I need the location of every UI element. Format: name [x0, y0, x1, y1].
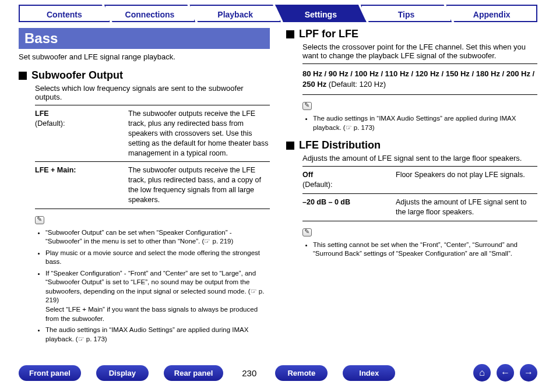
table-row: LFE + Main: The subwoofer outputs receiv…: [35, 162, 270, 209]
note-item: Play music or a movie source and select …: [45, 249, 270, 267]
square-bullet-icon: [19, 72, 27, 80]
note-item: “Subwoofer Output” can be set when “Spea…: [45, 228, 270, 246]
nav-icons: ⌂ ← →: [473, 364, 537, 382]
option-value: The subwoofer outputs receive the LFE tr…: [128, 109, 270, 158]
note-icon: [302, 228, 312, 236]
option-value: Floor Speakers do not play LFE signals.: [396, 170, 537, 190]
heading-text: LPF for LFE: [299, 28, 358, 40]
home-icon[interactable]: ⌂: [473, 364, 491, 382]
square-bullet-icon: [286, 142, 294, 150]
lpf-default: (Default: 120 Hz): [326, 80, 386, 89]
lpf-options: 80 Hz / 90 Hz / 100 Hz / 110 Hz / 120 Hz…: [302, 63, 537, 95]
table-row: –20 dB – 0 dB Adjusts the amount of LFE …: [302, 194, 537, 221]
nav-display[interactable]: Display: [96, 365, 149, 381]
table-row: LFE (Default): The subwoofer outputs rec…: [35, 105, 270, 162]
nav-rear-panel[interactable]: Rear panel: [164, 365, 223, 381]
tab-tips[interactable]: Tips: [361, 5, 452, 22]
tab-settings[interactable]: Settings: [275, 5, 367, 22]
lpf-desc: Selects the crossover point for the LFE …: [302, 43, 537, 60]
option-key: Off (Default):: [302, 170, 390, 190]
heading-text: LFE Distribution: [299, 139, 381, 151]
note-icon: [35, 216, 44, 224]
option-key-main: Off: [302, 171, 313, 179]
page-title: Bass: [19, 28, 270, 49]
lfe-dist-notes: This setting cannot be set when the “Fro…: [302, 241, 537, 259]
option-key-main: LFE + Main:: [35, 166, 76, 174]
page-number: 230: [238, 368, 260, 378]
option-key-main: LFE: [35, 110, 49, 118]
heading-subwoofer-output: Subwoofer Output: [19, 69, 270, 82]
nav-index[interactable]: Index: [343, 365, 395, 381]
heading-lfe-dist: LFE Distribution: [286, 139, 537, 151]
option-key: LFE (Default):: [35, 109, 122, 158]
prev-page-icon[interactable]: ←: [497, 364, 514, 382]
note-item: The audio settings in “IMAX Audio Settin…: [45, 326, 270, 344]
option-value: Adjusts the amount of LFE signal sent to…: [396, 197, 537, 217]
tab-playback[interactable]: Playback: [189, 5, 281, 22]
nav-front-panel[interactable]: Front panel: [19, 365, 81, 381]
top-tabs: Contents Connections Playback Settings T…: [0, 0, 556, 22]
page-subtitle: Set subwoofer and LFE signal range playb…: [19, 52, 270, 61]
tab-appendix[interactable]: Appendix: [446, 5, 537, 22]
lfe-dist-desc: Adjusts the amount of LFE signal sent to…: [302, 154, 537, 163]
note-icon: [302, 102, 312, 110]
note-item: If “Speaker Configuration” - “Front” and…: [45, 269, 270, 323]
note-item: This setting cannot be set when the “Fro…: [313, 241, 537, 259]
lfe-dist-table: Off (Default): Floor Speakers do not pla…: [302, 166, 537, 221]
subwoofer-output-table: LFE (Default): The subwoofer outputs rec…: [35, 105, 270, 209]
option-value: The subwoofer outputs receive the LFE tr…: [128, 165, 270, 205]
option-key-main: –20 dB – 0 dB: [302, 198, 350, 206]
bottom-nav: Front panel Display Rear panel 230 Remot…: [0, 364, 556, 382]
tab-contents[interactable]: Contents: [19, 5, 110, 22]
table-row: Off (Default): Floor Speakers do not pla…: [302, 167, 537, 194]
left-column: Bass Set subwoofer and LFE signal range …: [19, 28, 270, 351]
option-key-sub: (Default):: [302, 181, 332, 189]
next-page-icon[interactable]: →: [520, 364, 537, 382]
option-key: LFE + Main:: [35, 165, 122, 205]
heading-text: Subwoofer Output: [31, 69, 123, 82]
heading-lpf: LPF for LFE: [286, 28, 537, 40]
option-key-sub: (Default):: [35, 119, 65, 128]
lpf-notes: The audio settings in “IMAX Audio Settin…: [302, 114, 537, 132]
tab-connections[interactable]: Connections: [104, 5, 196, 22]
option-key: –20 dB – 0 dB: [302, 197, 390, 217]
nav-remote[interactable]: Remote: [275, 365, 328, 381]
subwoofer-output-desc: Selects which low frequency signals are …: [35, 84, 270, 101]
note-item: The audio settings in “IMAX Audio Settin…: [313, 114, 537, 132]
subwoofer-output-notes: “Subwoofer Output” can be set when “Spea…: [35, 228, 270, 344]
square-bullet-icon: [286, 30, 294, 38]
right-column: LPF for LFE Selects the crossover point …: [286, 28, 537, 351]
